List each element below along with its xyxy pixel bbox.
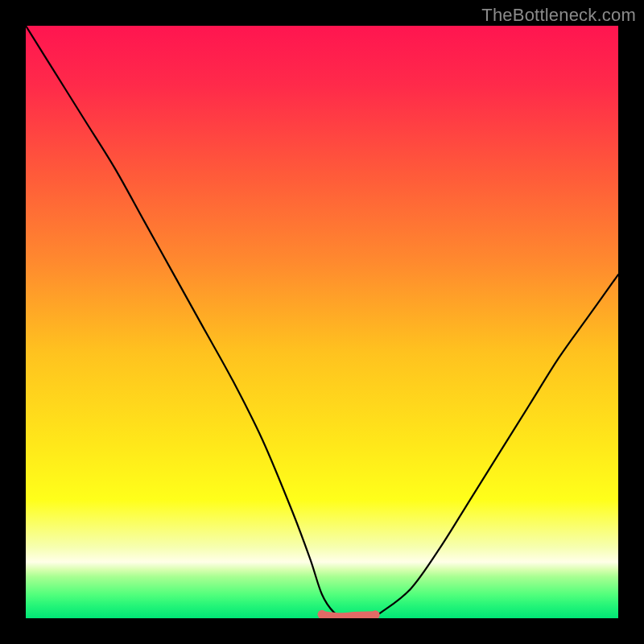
watermark-text: TheBottleneck.com (481, 5, 636, 26)
chart-plot-area (26, 26, 618, 618)
chart-frame: TheBottleneck.com (0, 0, 644, 644)
bottleneck-accent-segment (322, 614, 375, 616)
gradient-background (26, 26, 618, 618)
bottleneck-chart (26, 26, 618, 618)
